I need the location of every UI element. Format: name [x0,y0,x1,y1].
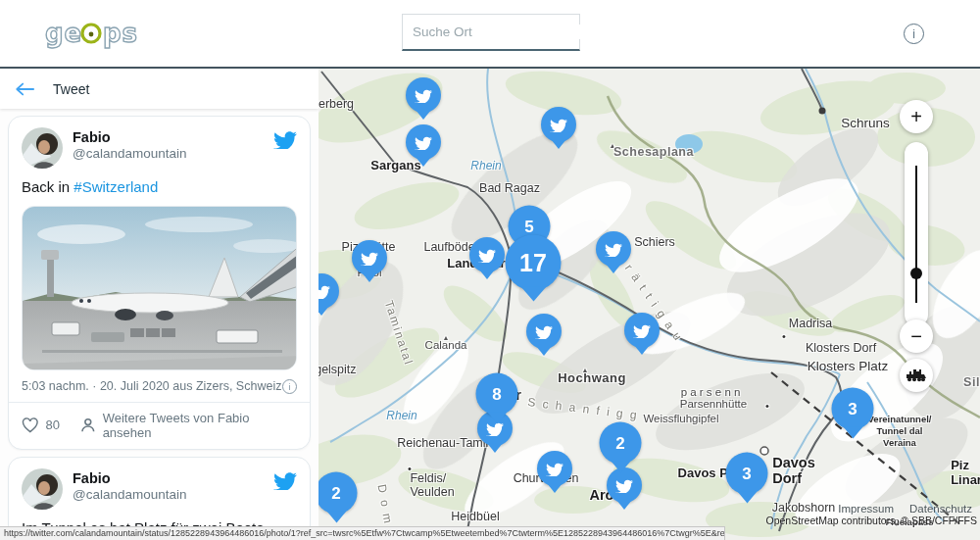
twitter-bird-icon [415,135,432,150]
twitter-bird-icon [415,88,432,103]
tweet-marker[interactable] [406,77,441,113]
zoom-in-button[interactable]: + [900,100,933,133]
avatar[interactable] [22,468,63,510]
datenschutz-link[interactable]: Datenschutz [909,503,972,515]
train-layer-button[interactable] [900,359,933,392]
map-attribution: OpenStreetMap contributors, © SBB/CFF/FF… [766,515,977,526]
tweet-marker[interactable] [537,451,572,486]
tweet-author-name[interactable]: Fabio [73,470,273,486]
person-icon [80,417,96,433]
twitter-bird-icon [633,323,651,338]
twitter-bird-icon [478,248,496,263]
back-button[interactable] [14,78,35,100]
zoom-out-button[interactable]: − [900,319,933,353]
twitter-bird-icon [615,478,633,493]
app-window: erbergSargansRheinBad RagazSchruns▲Sches… [0,0,980,540]
twitter-bird-icon [318,284,330,299]
twitter-bird-icon[interactable] [273,470,297,490]
twitter-bird-icon[interactable] [273,129,297,149]
tweet-author-name[interactable]: Fabio [73,129,273,145]
impressum-link[interactable]: Impressum [838,503,894,515]
twitter-bird-icon [605,242,622,257]
tweet-marker[interactable] [318,273,339,309]
tweet-marker[interactable] [596,231,631,267]
tweet-card[interactable]: Fabio @calandamountain Back in #Switzerl… [8,116,311,450]
zoom-slider-thumb[interactable] [910,268,922,279]
cluster-marker[interactable]: 3 [832,388,874,430]
tweet-photo-airport[interactable] [22,206,297,370]
more-tweets-link[interactable]: Weitere Tweets von Fabio ansehen [103,411,297,440]
cluster-count: 8 [492,384,501,404]
tweet-sidebar: Tweet Fabio @calandamountain [0,69,318,540]
sidebar-titlebar: Tweet [0,69,318,109]
cluster-marker[interactable]: 8 [476,373,518,416]
twitter-bird-icon [546,462,564,476]
arrow-left-icon [15,81,34,97]
search-input[interactable] [413,25,586,39]
cluster-marker[interactable]: 2 [318,472,358,515]
tweet-marker[interactable] [541,107,576,142]
cluster-marker[interactable]: 17 [506,235,562,291]
legal-links: Impressum Datenschutz [838,503,972,515]
hashtag-link[interactable]: #Switzerland [74,178,158,195]
zoom-slider-track [915,166,917,303]
minus-icon: − [910,325,922,348]
geops-logo[interactable]: ge ps [45,16,143,57]
cluster-count: 2 [331,483,340,503]
tweet-author-handle[interactable]: @calandamountain [73,487,273,502]
cluster-count: 5 [524,217,533,236]
logo-text-ps: ps [103,19,138,48]
tweet-marker[interactable] [624,313,660,348]
tweet-timestamp[interactable]: 5:03 nachm. · 20. Juli 2020 aus Zizers, … [22,379,281,393]
steam-train-icon [906,368,927,383]
map-canvas[interactable]: erbergSargansRheinBad RagazSchruns▲Sches… [318,69,980,540]
search-box [402,14,580,51]
tweet-info-icon[interactable]: i [282,379,297,394]
zoom-slider[interactable] [905,142,928,326]
avatar[interactable] [22,127,63,169]
app-header: ge ps i [0,0,980,69]
tweet-author-handle[interactable]: @calandamountain [73,146,273,161]
info-button[interactable]: i [904,24,924,44]
cluster-count: 17 [519,249,547,277]
cluster-marker[interactable]: 3 [726,453,768,495]
plus-icon: + [910,106,922,128]
twitter-bird-icon [535,324,553,339]
logo-text-ge: ge [45,19,82,48]
logo-o-dot [89,32,94,37]
sidebar-title: Tweet [53,81,89,97]
tweet-marker[interactable] [352,240,387,275]
tweet-marker[interactable] [469,237,505,272]
cluster-count: 3 [848,399,857,418]
heart-icon[interactable] [22,417,39,433]
tweet-marker[interactable] [406,124,441,160]
twitter-bird-icon [550,118,567,132]
cluster-count: 2 [615,433,624,453]
cluster-marker[interactable]: 2 [600,422,642,465]
like-count: 80 [46,417,60,432]
twitter-bird-icon [361,251,378,266]
browser-status-bar: https://twitter.com/calandamountain/stat… [0,526,725,540]
cluster-count: 3 [742,464,751,483]
tweet-text: Back in #Switzerland [22,177,297,197]
map-marker-layer: 58223317 [318,69,980,540]
tweet-marker[interactable] [526,314,562,349]
